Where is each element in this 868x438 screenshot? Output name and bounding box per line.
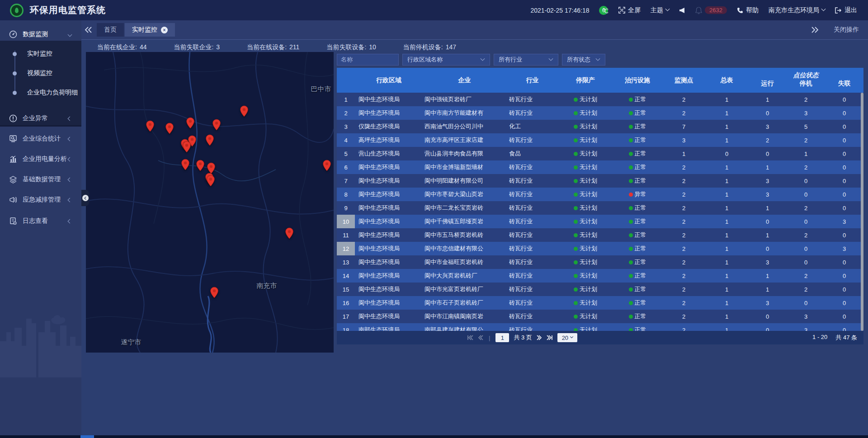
facility-status-dot <box>629 206 633 210</box>
map-pin-icon[interactable] <box>285 227 293 239</box>
table-row[interactable]: 18 南部生态环境局 南部县建兴建材有限公 砖瓦行业 无计划 正常 2 1 0 … <box>337 323 863 331</box>
table-row[interactable]: 17 阆中生态环境局 阆中市江南镇阆南页岩 砖瓦行业 无计划 正常 2 1 0 … <box>337 310 863 323</box>
table-row[interactable]: 9 阆中生态环境局 阆中市二龙长宝页岩砖 砖瓦行业 无计划 正常 2 1 1 2… <box>337 201 863 215</box>
logout-button[interactable]: 退出 <box>835 6 857 14</box>
plan-status-label: 无计划 <box>580 150 597 158</box>
row-industry-cell: 砖瓦行业 <box>506 201 558 215</box>
name-search-input[interactable]: 名称 <box>337 54 399 66</box>
tab-realtime-monitor[interactable]: 实时监控 × <box>125 23 175 37</box>
facility-status-dot <box>629 152 633 156</box>
sidebar-subitem-realtime-monitor[interactable]: 实时监控 <box>0 47 81 61</box>
row-lost-cell: 0 <box>825 296 863 310</box>
table-row[interactable]: 6 阆中生态环境局 阆中市金博瑞新型墙材 砖瓦行业 无计划 正常 2 1 1 2… <box>337 160 863 174</box>
close-operations-button[interactable]: 关闭操作 <box>834 26 859 34</box>
notifications[interactable]: 2632 <box>695 6 727 14</box>
map-pin-icon[interactable] <box>165 122 174 134</box>
help-label: 帮助 <box>746 6 759 14</box>
row-lost-cell: 0 <box>825 160 863 174</box>
tab-close-icon[interactable]: × <box>161 27 168 33</box>
region-select[interactable]: 行政区域名称 <box>402 54 490 66</box>
table-row[interactable]: 11 阆中生态环境局 阆中市五马桥页岩机砖 砖瓦行业 无计划 正常 2 1 1 … <box>337 228 863 242</box>
bar-chart-icon <box>9 155 17 163</box>
sound-toggle[interactable] <box>679 7 685 14</box>
row-plan-cell: 无计划 <box>558 269 613 283</box>
map-pin-icon[interactable] <box>183 141 191 153</box>
industry-select[interactable]: 所有行业 <box>494 54 558 66</box>
tab-label: 实时监控 <box>132 26 157 34</box>
table-row[interactable]: 4 高坪生态环境局 南充市高坪区王家店建 砖瓦行业 无计划 正常 3 1 2 2… <box>337 133 863 147</box>
plan-status-label: 无计划 <box>580 190 597 198</box>
fullscreen-button[interactable]: 全屏 <box>618 6 641 14</box>
map-pin-icon[interactable] <box>207 175 215 187</box>
col-header-plan: 停限产 <box>558 68 613 93</box>
chevron-down-icon <box>596 56 600 61</box>
row-lost-cell: 0 <box>825 120 863 133</box>
map-pin-icon[interactable] <box>323 160 331 171</box>
table-row[interactable]: 10 阆中生态环境局 阆中千佛镇五郎垭页岩 砖瓦行业 无计划 正常 2 1 0 … <box>337 215 863 228</box>
bell-icon <box>695 7 702 14</box>
row-meters-cell: 1 <box>705 174 748 188</box>
status-select[interactable]: 所有状态 <box>562 54 605 66</box>
tabs-scroll-left-button[interactable] <box>81 24 95 36</box>
map-pin-icon[interactable] <box>196 160 205 171</box>
map-pin-icon[interactable] <box>181 159 189 170</box>
theme-dropdown[interactable]: 主题 <box>651 6 669 14</box>
sidebar-item-company-statistics[interactable]: 企业综合统计 <box>0 131 81 147</box>
next-page-button[interactable] <box>537 335 542 340</box>
table-row[interactable]: 5 营山生态环境局 营山县润丰肉食品有限 食品 无计划 正常 1 0 0 1 0 <box>337 147 863 160</box>
sidebar-item-emergency-reduction[interactable]: 应急减排管理 <box>0 192 81 208</box>
row-plan-cell: 无计划 <box>558 147 613 160</box>
sidebar-collapse-handle[interactable] <box>81 190 89 206</box>
map-pin-icon[interactable] <box>207 162 215 174</box>
map-panel[interactable]: 巴中市 南充市 遂宁市 <box>86 52 334 353</box>
map-pin-icon[interactable] <box>186 117 195 129</box>
table-row[interactable]: 1 阆中生态环境局 阆中强锐页岩砖厂 砖瓦行业 无计划 正常 2 1 1 2 0 <box>337 93 863 106</box>
table-row[interactable]: 13 阆中生态环境局 阆中市金福旺页岩机砖 砖瓦行业 无计划 正常 2 1 3 … <box>337 255 863 269</box>
row-meters-cell: 1 <box>705 160 748 174</box>
tabs-scroll-right-button[interactable] <box>808 24 822 36</box>
row-facility-cell: 正常 <box>613 310 662 323</box>
table-row[interactable]: 16 阆中生态环境局 阆中市石子页岩机砖厂 砖瓦行业 无计划 正常 2 1 3 … <box>337 296 863 310</box>
sidebar-subitem-power-load-detail[interactable]: 企业电力负荷明细 <box>0 85 81 100</box>
app-title: 环保用电监管系统 <box>30 4 106 16</box>
table-row[interactable]: 14 阆中生态环境局 阆中大兴页岩机砖厂 砖瓦行业 无计划 正常 2 1 1 2… <box>337 269 863 283</box>
table-scrollbar[interactable] <box>861 93 863 331</box>
row-lost-cell: 0 <box>825 133 863 147</box>
sidebar-subitem-video-monitor[interactable]: 视频监控 <box>0 66 81 80</box>
row-meters-cell: 1 <box>705 93 748 106</box>
sidebar-item-base-data[interactable]: 基础数据管理 <box>0 171 81 188</box>
row-running-cell: 1 <box>748 269 787 283</box>
chevron-left-icon <box>68 198 72 202</box>
first-page-button[interactable] <box>467 335 473 340</box>
map-pin-icon[interactable] <box>146 120 154 132</box>
table-row[interactable]: 7 阆中生态环境局 阆中明阳建材有限公司 砖瓦行业 无计划 正常 2 1 3 0… <box>337 174 863 188</box>
table-row[interactable]: 12 阆中生态环境局 阆中市忠信建材有限公 砖瓦行业 无计划 正常 2 1 0 … <box>337 242 863 255</box>
org-dropdown[interactable]: 南充市生态环境局 <box>769 6 825 14</box>
plan-status-label: 无计划 <box>580 312 597 320</box>
table-row[interactable]: 8 阆中生态环境局 阆中市枣碧大梁山页岩 砖瓦行业 无计划 异常 2 1 3 0… <box>337 188 863 201</box>
row-industry-cell: 砖瓦行业 <box>506 255 558 269</box>
map-roads-layer <box>86 52 334 353</box>
table-row[interactable]: 3 仪陇生态环境局 西南油气田分公司川中 化工 无计划 正常 7 1 3 5 0 <box>337 120 863 133</box>
sidebar-item-power-analysis[interactable]: 企业用电量分析 <box>0 151 81 167</box>
last-page-button[interactable] <box>547 335 553 340</box>
sidebar-item-company-abnormal[interactable]: 企业异常 <box>0 110 81 127</box>
map-pin-icon[interactable] <box>212 119 221 131</box>
map-pin-icon[interactable] <box>240 105 249 117</box>
table-row[interactable]: 2 阆中生态环境局 阆中市南方节能建材有 砖瓦行业 无计划 正常 2 1 0 3… <box>337 106 863 120</box>
map-pin-icon[interactable] <box>210 287 218 298</box>
page-size-select[interactable]: 20 <box>557 333 577 342</box>
help-button[interactable]: 帮助 <box>737 6 759 14</box>
tab-home[interactable]: 首页 <box>97 23 124 37</box>
sidebar-item-data-monitor[interactable]: 数据监测 <box>0 26 81 42</box>
row-meters-cell: 1 <box>705 201 748 215</box>
page-number-input[interactable]: 1 <box>495 333 509 342</box>
facility-status-label: 正常 <box>635 177 646 185</box>
facility-status-dot <box>629 274 633 278</box>
prev-page-button[interactable] <box>478 335 483 340</box>
table-row[interactable]: 15 阆中生态环境局 阆中市光富页岩机砖厂 砖瓦行业 无计划 正常 2 1 1 … <box>337 283 863 296</box>
sidebar-nav: 数据监测 实时监控 视频监控 企业电力负荷明细 企业异常 企业综合统计 <box>0 20 81 435</box>
sidebar-item-log-view[interactable]: 日志查看 <box>0 213 81 229</box>
row-plan-cell: 无计划 <box>558 174 613 188</box>
map-pin-icon[interactable] <box>206 134 214 146</box>
